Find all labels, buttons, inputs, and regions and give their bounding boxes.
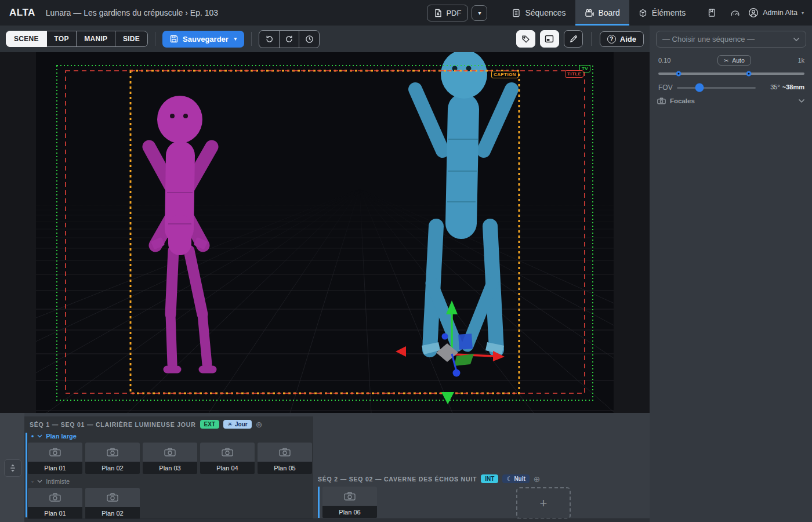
panel-resize-button[interactable] <box>4 459 21 477</box>
shot-thumbnail <box>322 487 377 506</box>
undo-button[interactable] <box>259 30 280 48</box>
frame-guides-toggle-button[interactable] <box>540 30 559 48</box>
fov-values: 35°~38mm <box>770 84 804 90</box>
camera-icon <box>49 448 61 456</box>
user-caret-icon: ▾ <box>802 10 804 16</box>
pdf-options-caret-button[interactable]: ▾ <box>472 5 487 21</box>
view-manip-button[interactable]: MANIP <box>76 31 115 47</box>
sequence-title: SÉQ 2 — SEQ 02 — CAVERNE DES ÉCHOS NUIT <box>318 476 477 483</box>
save-caret-icon: ▾ <box>234 36 237 42</box>
sequence-1-header: SÉQ 1 — SEQ 01 — CLAIRIÈRE LUMINEUSE JOU… <box>24 416 313 429</box>
gauge-icon <box>730 9 740 17</box>
camera-icon <box>164 448 176 456</box>
history-group <box>259 30 320 48</box>
shot-label: Plan 01 <box>28 462 82 474</box>
shot-label: Plan 02 <box>85 507 140 519</box>
bullet-icon: • <box>31 433 34 439</box>
sun-icon: ☀ <box>227 421 233 427</box>
sequence-block-1: SÉQ 1 — SEQ 01 — CLAIRIÈRE LUMINEUSE JOU… <box>24 416 313 519</box>
shot-card[interactable]: Plan 03 <box>143 443 197 474</box>
camera-icon <box>49 493 61 502</box>
divider <box>251 32 252 46</box>
circle-bullet-icon: ◦ <box>31 478 34 484</box>
view-side-button[interactable]: SIDE <box>115 31 148 47</box>
nav-board[interactable]: Board <box>575 0 629 26</box>
viewport-toolbar: SCENE TOP MANIP SIDE Sauvegarder ▾ <box>0 26 650 52</box>
camera-inspector-panel: — Choisir une séquence — 0.10 ✂ Auto 1k … <box>650 26 812 522</box>
cube-icon <box>639 9 647 17</box>
shot-card[interactable]: Plan 02 <box>85 488 140 519</box>
shot-label: Plan 06 <box>322 506 377 518</box>
int-badge: INT <box>481 474 498 483</box>
clip-far-handle[interactable] <box>746 71 752 77</box>
redo-button[interactable] <box>279 30 300 48</box>
avatar-icon <box>748 8 759 18</box>
pdf-export-button[interactable]: PDF <box>427 5 468 21</box>
caret-down-icon: ▾ <box>478 10 481 16</box>
shot-card[interactable]: Plan 01 <box>28 488 82 519</box>
divider <box>155 32 155 46</box>
tag-icon <box>521 35 530 44</box>
view-top-button[interactable]: TOP <box>46 31 77 47</box>
nav-sequences[interactable]: Séquences <box>502 0 575 26</box>
chevron-down-icon <box>793 37 800 42</box>
shot-thumbnail <box>28 443 82 462</box>
auto-clip-button[interactable]: ✂ Auto <box>717 55 751 66</box>
help-button[interactable]: ? Aide <box>600 31 644 47</box>
camera-icon <box>107 448 118 456</box>
add-shot-icon-button[interactable]: ⊕ <box>534 475 541 483</box>
chevron-down-icon <box>798 99 805 103</box>
add-shot-icon-button[interactable]: ⊕ <box>256 420 263 429</box>
horizontal-scrollbar[interactable] <box>24 519 650 522</box>
view-mode-group: SCENE TOP MANIP SIDE <box>6 31 148 47</box>
journal-bookmark-icon <box>707 8 716 17</box>
caption-guide-label: CAPTION <box>491 71 519 78</box>
view-scene-button[interactable]: SCENE <box>6 31 47 47</box>
save-button[interactable]: Sauvegarder ▾ <box>162 31 244 48</box>
user-menu[interactable]: Admin Alta ▾ <box>748 8 804 18</box>
clip-near-handle[interactable] <box>676 71 682 77</box>
clip-near-value: 0.10 <box>658 57 670 64</box>
shot-card[interactable]: Plan 05 <box>258 443 312 474</box>
fov-row: FOV 35°~38mm <box>658 82 804 93</box>
camera-icon <box>279 448 291 456</box>
chevron-down-icon <box>37 434 42 438</box>
fov-handle[interactable] <box>695 84 704 92</box>
sequence-select[interactable]: — Choisir une séquence — <box>656 31 806 48</box>
panel-gutter <box>0 413 24 522</box>
pdf-file-icon <box>434 9 442 17</box>
annotate-pencil-button[interactable] <box>564 30 583 48</box>
nuit-badge: ☾ Nuit <box>502 474 529 483</box>
nav-elements[interactable]: Éléments <box>629 0 695 26</box>
performance-gauge-button[interactable] <box>726 4 744 21</box>
fov-label: FOV <box>658 84 673 92</box>
plus-icon: + <box>540 496 548 511</box>
focales-section-header[interactable]: Focales <box>657 96 805 106</box>
shot-label: Plan 01 <box>28 507 82 519</box>
moon-icon: ☾ <box>506 476 512 482</box>
add-shot-dashed-button[interactable]: + <box>516 487 571 519</box>
shot-thumbnail <box>85 488 140 507</box>
title-guide-label: TITLE <box>565 70 583 78</box>
shot-card[interactable]: Plan 02 <box>85 443 140 474</box>
sequence-block-2: SÉQ 2 — SEQ 02 — CAVERNE DES ÉCHOS NUIT … <box>318 471 643 518</box>
clip-range-slider[interactable] <box>658 71 804 77</box>
scene-viewport[interactable]: TV TITLE CAPTION <box>0 52 650 413</box>
breadcrumb: Lunara — Les gardiens du crépuscule › Ep… <box>46 8 218 17</box>
shot-card[interactable]: Plan 06 <box>322 487 377 518</box>
divider <box>591 32 592 46</box>
tags-toggle-button[interactable] <box>516 30 535 48</box>
group-plan-large[interactable]: • Plan large <box>24 429 313 440</box>
group-intimiste[interactable]: ◦ Intimiste <box>24 474 313 485</box>
fov-slider[interactable] <box>677 87 756 89</box>
journal-button[interactable] <box>703 4 720 21</box>
viewport-canvas[interactable] <box>0 52 650 413</box>
storyboard-panel: SÉQ 1 — SEQ 01 — CLAIRIÈRE LUMINEUSE JOU… <box>0 413 650 522</box>
scissors-icon: ✂ <box>724 57 728 64</box>
shot-card[interactable]: Plan 04 <box>200 443 255 474</box>
shot-card[interactable]: Plan 01 <box>28 443 82 474</box>
history-clock-button[interactable] <box>299 30 320 48</box>
camera-icon <box>107 493 118 502</box>
sequence-accent-bar <box>26 433 27 517</box>
shot-thumbnail <box>200 443 255 462</box>
